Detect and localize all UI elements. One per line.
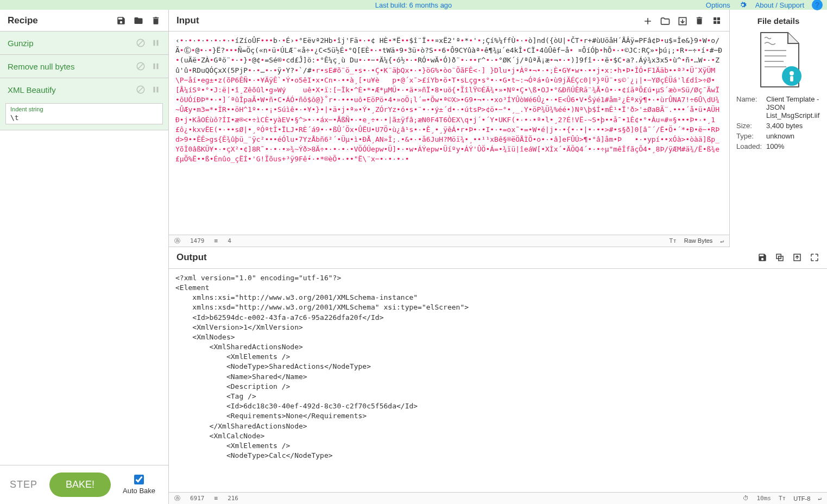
svg-point-18: [790, 71, 794, 75]
recipe-title: Recipe: [8, 15, 116, 26]
text-format-icon[interactable]: Tт: [670, 237, 677, 244]
svg-rect-14: [717, 17, 720, 20]
maximize-input-icon[interactable]: [712, 16, 722, 26]
bake-button[interactable]: BAKE!: [49, 472, 111, 497]
svg-rect-2: [154, 40, 155, 46]
output-lines-icon: ≡: [214, 495, 218, 502]
svg-line-9: [138, 87, 143, 92]
input-status-bar: ⓐ1479 ≡4 Tт Raw Bytes ↵: [169, 235, 729, 247]
disable-op-icon[interactable]: [136, 61, 146, 71]
output-length-icon: ⓐ: [174, 494, 180, 502]
disable-op-icon[interactable]: [136, 38, 146, 48]
output-eol-icon[interactable]: ↵: [818, 495, 822, 502]
auto-bake-toggle[interactable]: Auto Bake: [123, 475, 155, 495]
svg-rect-16: [717, 21, 720, 23]
file-details-panel: File details Name:Client Template - JSON…: [729, 10, 827, 247]
svg-rect-15: [714, 21, 716, 23]
maximize-output-icon[interactable]: [810, 253, 819, 262]
operation-gunzip[interactable]: Gunzip: [0, 32, 168, 55]
operation-remove-null-bytes[interactable]: Remove null bytes: [0, 55, 168, 78]
help-icon[interactable]: ?: [812, 0, 823, 10]
svg-rect-19: [790, 76, 793, 81]
open-file-icon[interactable]: [677, 16, 687, 26]
svg-rect-10: [154, 87, 155, 93]
save-recipe-icon[interactable]: [116, 16, 126, 26]
step-label[interactable]: STEP: [10, 479, 37, 490]
svg-rect-7: [157, 64, 159, 70]
breakpoint-op-icon[interactable]: [151, 61, 161, 71]
raw-bytes-label[interactable]: Raw Bytes: [684, 237, 713, 244]
open-folder-icon[interactable]: [660, 16, 670, 26]
last-build-link[interactable]: Last build: 6 months ago: [375, 1, 452, 9]
clear-input-icon[interactable]: [695, 16, 704, 26]
top-banner: Last build: 6 months ago Options About /…: [0, 0, 827, 10]
svg-line-5: [138, 64, 143, 69]
output-status-bar: ⓐ6917 ≡216 ⏱10ms Tт UTF-8 ↵: [169, 492, 827, 504]
svg-rect-6: [154, 64, 155, 70]
input-length-icon: ⓐ: [174, 237, 180, 245]
svg-rect-3: [157, 40, 159, 46]
copy-output-icon[interactable]: [775, 253, 785, 262]
bake-time-icon: ⏱: [743, 495, 749, 502]
input-eol-icon[interactable]: ↵: [720, 237, 724, 244]
disable-op-icon[interactable]: [136, 85, 146, 94]
about-link[interactable]: About / Support: [755, 1, 804, 9]
indent-string-input[interactable]: Indent string \t: [5, 103, 163, 124]
auto-bake-checkbox[interactable]: [134, 475, 144, 484]
input-textarea[interactable]: ‹•·•·•·•·•·•·•íZíoÛF•••b·•É›•°Eëvª2Hb•îj…: [169, 32, 729, 235]
load-recipe-icon[interactable]: [134, 16, 143, 26]
input-title: Input: [176, 15, 642, 26]
options-link[interactable]: Options: [706, 1, 730, 9]
add-input-icon[interactable]: [642, 16, 652, 26]
save-output-icon[interactable]: [757, 253, 767, 262]
svg-rect-13: [714, 17, 716, 20]
operation-xml-beautify[interactable]: XML Beautify Indent string \t: [0, 78, 168, 130]
svg-rect-11: [157, 87, 159, 93]
gear-icon[interactable]: [738, 0, 748, 10]
input-lines-icon: ≡: [214, 237, 218, 244]
recipe-panel: Recipe Gunzip Remove null bytes: [0, 10, 169, 504]
output-textarea[interactable]: <?xml version="1.0" encoding="utf-16"?> …: [169, 269, 827, 492]
clear-recipe-icon[interactable]: [151, 16, 161, 26]
breakpoint-op-icon[interactable]: [151, 85, 161, 94]
svg-line-1: [138, 41, 143, 46]
breakpoint-op-icon[interactable]: [151, 38, 161, 48]
output-title: Output: [176, 252, 757, 263]
file-icon: [736, 30, 820, 90]
replace-input-icon[interactable]: [792, 253, 802, 262]
output-format-icon[interactable]: Tт: [779, 495, 786, 502]
